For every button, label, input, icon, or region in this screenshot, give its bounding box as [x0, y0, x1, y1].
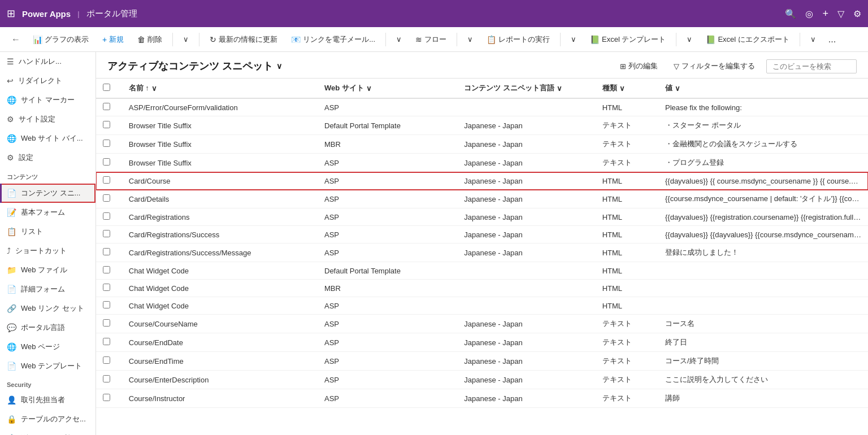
sidebar-item-content-snippet[interactable]: 📄 コンテンツ スニ...	[0, 184, 96, 203]
excel-export-button[interactable]: 📗 Excel にエクスポート	[700, 31, 795, 48]
row-website-cell[interactable]: ASP	[318, 371, 457, 389]
row-name-cell[interactable]: Course/CourseName	[122, 315, 318, 333]
row-website-cell[interactable]: Default Portal Template	[318, 262, 457, 280]
dropdown-button-2[interactable]: ∨	[390, 32, 407, 47]
row-name-cell[interactable]: Course/EndTime	[122, 352, 318, 371]
sidebar-item-sitemarker[interactable]: 🌐 サイト マーカー	[0, 90, 96, 110]
sidebar-item-detail-form[interactable]: 📄 詳細フォーム	[0, 280, 96, 299]
lang-sort[interactable]: コンテンツ スニペット言語 ∨	[464, 83, 588, 93]
excel-template-button[interactable]: 📗 Excel テンプレート	[584, 31, 671, 48]
select-all-checkbox[interactable]	[103, 84, 110, 91]
row-name-cell[interactable]: Card/Registrations/Success	[122, 226, 318, 243]
name-sort[interactable]: 名前 ↑ ∨	[129, 83, 311, 93]
row-website-cell[interactable]: ASP	[318, 315, 457, 333]
dropdown-button-1[interactable]: ∨	[177, 32, 194, 47]
edit-columns-button[interactable]: ⊞ 列の編集	[615, 59, 662, 73]
row-website-cell[interactable]: ASP	[318, 297, 457, 315]
row-website-cell[interactable]: ASP	[318, 190, 457, 208]
row-language-cell[interactable]	[457, 98, 595, 116]
row-checkbox[interactable]	[103, 194, 110, 202]
row-checkbox[interactable]	[103, 140, 110, 147]
row-language-cell[interactable]: Japanese - Japan	[457, 116, 595, 135]
row-website-cell[interactable]: ASP	[318, 172, 457, 190]
row-checkbox[interactable]	[103, 248, 110, 255]
row-name-cell[interactable]: Course/EnterDescription	[122, 371, 318, 389]
row-checkbox[interactable]	[103, 375, 110, 382]
dropdown-button-3[interactable]: ∨	[462, 32, 479, 47]
row-language-cell[interactable]: Japanese - Japan	[457, 243, 595, 262]
row-checkbox[interactable]	[103, 230, 110, 237]
row-website-cell[interactable]: ASP	[318, 98, 457, 116]
row-name-cell[interactable]: Chat Widget Code	[122, 297, 318, 315]
row-name-cell[interactable]: Card/Course	[122, 172, 318, 190]
sidebar-item-table-access[interactable]: 🔒 テーブルのアクセ...	[0, 410, 96, 429]
new-button[interactable]: + 新規	[97, 31, 129, 48]
settings-icon[interactable]: ⚙	[853, 8, 861, 19]
row-language-cell[interactable]: Japanese - Japan	[457, 352, 595, 371]
add-icon[interactable]: +	[822, 8, 828, 20]
row-name-cell[interactable]: Card/Details	[122, 190, 318, 208]
row-name-cell[interactable]: Browser Title Suffix	[122, 135, 318, 154]
row-checkbox[interactable]	[103, 394, 110, 401]
row-checkbox[interactable]	[103, 338, 110, 345]
row-language-cell[interactable]: Japanese - Japan	[457, 371, 595, 389]
dropdown-button-4[interactable]: ∨	[565, 32, 582, 47]
row-checkbox[interactable]	[103, 121, 110, 128]
row-name-cell[interactable]: ASP/Error/CourseForm/validation	[122, 98, 318, 116]
row-website-cell[interactable]: ASP	[318, 154, 457, 172]
row-name-cell[interactable]: Course/Instructor	[122, 389, 318, 408]
row-website-cell[interactable]: Default Portal Template	[318, 116, 457, 135]
row-language-cell[interactable]: Japanese - Japan	[457, 333, 595, 352]
row-checkbox[interactable]	[103, 103, 110, 110]
row-language-cell[interactable]: Japanese - Japan	[457, 389, 595, 408]
sidebar-item-list[interactable]: 📋 リスト	[0, 222, 96, 241]
graph-view-button[interactable]: 📊 グラフの表示	[27, 31, 94, 48]
row-name-cell[interactable]: Chat Widget Code	[122, 280, 318, 297]
row-name-cell[interactable]: Card/Registrations	[122, 208, 318, 226]
search-icon[interactable]: 🔍	[785, 8, 796, 19]
title-dropdown-icon[interactable]: ∨	[276, 62, 282, 71]
grid-icon[interactable]: ⊞	[7, 7, 15, 20]
email-button[interactable]: 📧 リンクを電子メール...	[285, 31, 381, 48]
row-language-cell[interactable]: Japanese - Japan	[457, 190, 595, 208]
row-checkbox[interactable]	[103, 356, 110, 364]
sidebar-item-contact[interactable]: 👤 取引先担当者	[0, 390, 96, 410]
sidebar-item-webfile[interactable]: 📁 Web ファイル	[0, 260, 96, 280]
type-sort[interactable]: 種類 ∨	[602, 83, 652, 93]
row-name-cell[interactable]: Card/Registrations/Success/Message	[122, 243, 318, 262]
row-checkbox[interactable]	[103, 176, 110, 184]
row-checkbox[interactable]	[103, 266, 110, 273]
sidebar-item-portal-lang[interactable]: 💬 ポータル言語	[0, 318, 96, 337]
row-language-cell[interactable]: Japanese - Japan	[457, 226, 595, 243]
row-checkbox[interactable]	[103, 284, 110, 291]
row-website-cell[interactable]: ASP	[318, 389, 457, 408]
back-button[interactable]: ←	[7, 32, 25, 47]
sidebar-item-webtemplate[interactable]: 📄 Web テンプレート	[0, 356, 96, 376]
search-input[interactable]	[766, 59, 857, 73]
row-checkbox[interactable]	[103, 319, 110, 327]
row-name-cell[interactable]: Browser Title Suffix	[122, 154, 318, 172]
dropdown-button-5[interactable]: ∨	[681, 32, 698, 47]
row-language-cell[interactable]: Japanese - Japan	[457, 208, 595, 226]
row-language-cell[interactable]: Japanese - Japan	[457, 315, 595, 333]
refresh-button[interactable]: ↻ 最新の情報に更新	[204, 31, 283, 48]
sidebar-item-col-access[interactable]: 📋 列のアクセス許可...	[0, 429, 96, 435]
row-language-cell[interactable]: Japanese - Japan	[457, 135, 595, 154]
dropdown-button-6[interactable]: ∨	[805, 32, 822, 47]
sidebar-item-redirect[interactable]: ↩ リダイレクト	[0, 71, 96, 90]
row-checkbox[interactable]	[103, 212, 110, 220]
row-website-cell[interactable]: MBR	[318, 135, 457, 154]
sidebar-item-website[interactable]: 🌐 Web サイト バイ...	[0, 129, 96, 148]
row-website-cell[interactable]: ASP	[318, 226, 457, 243]
row-website-cell[interactable]: ASP	[318, 333, 457, 352]
row-language-cell[interactable]	[457, 262, 595, 280]
target-icon[interactable]: ◎	[805, 8, 813, 19]
sidebar-item-webpage[interactable]: 🌐 Web ページ	[0, 337, 96, 356]
row-name-cell[interactable]: Course/EndDate	[122, 333, 318, 352]
sidebar-item-sitesettings[interactable]: ⚙ サイト設定	[0, 110, 96, 129]
sidebar-item-basic-form[interactable]: 📝 基本フォーム	[0, 203, 96, 222]
delete-button[interactable]: 🗑 削除	[132, 31, 168, 48]
row-checkbox[interactable]	[103, 301, 110, 308]
sidebar-item-config[interactable]: ⚙ 設定	[0, 148, 96, 167]
row-language-cell[interactable]: Japanese - Japan	[457, 172, 595, 190]
